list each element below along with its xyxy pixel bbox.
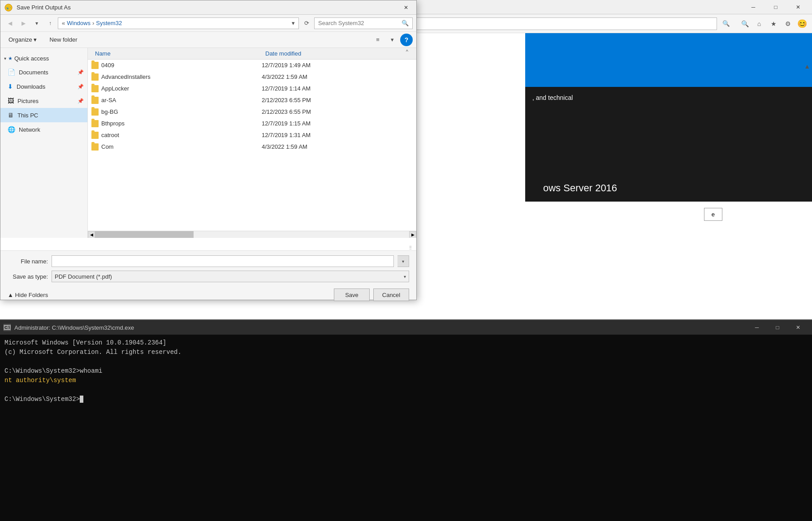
resize-grip[interactable]: ⣿ [409,243,416,250]
cmd-close-btn[interactable]: ✕ [788,320,808,335]
dialog-close-btn[interactable]: ✕ [399,2,413,13]
downloads-icon: ⬇ [8,83,13,90]
file-list-area: ^ Name Date modified 0409 12/7/2019 1:49… [88,48,416,238]
browser-search-btn[interactable]: 🔍 [720,17,732,30]
quick-access-chevron: ▾ [4,56,6,61]
file-row-5[interactable]: Bthprops 12/7/2019 1:15 AM [88,118,416,129]
file-name-input[interactable] [52,255,394,267]
path-bar[interactable]: « Windows › System32 ▾ [58,17,299,29]
file-date-6: 12/7/2019 1:31 AM [262,132,413,138]
file-name-7: Com [91,143,262,151]
cmd-window: C:\ Administrator: C:\Windows\System32\c… [0,319,812,521]
h-scroll-right-btn[interactable]: ▶ [409,231,416,238]
organize-btn[interactable]: Organize ▾ [4,34,41,46]
browser-minimize-btn[interactable]: ─ [743,0,764,14]
sidebar-item-downloads[interactable]: ⬇ Downloads 📌 [0,79,87,94]
file-row-6[interactable]: catroot 12/7/2019 1:31 AM [88,129,416,141]
file-name-row: File name: ▾ [8,255,409,267]
documents-label: Documents [19,69,48,76]
browser-titlebar-controls: ─ □ ✕ [743,0,808,14]
this-pc-icon: 🖥 [8,112,14,119]
browser-content-text: , and technical [532,94,573,101]
cmd-line-0: Microsoft Windows [Version 10.0.19045.23… [4,338,808,348]
folder-name-4: bg-BG [101,108,118,115]
new-folder-btn[interactable]: New folder [45,34,82,46]
cmd-titlebar: C:\ Administrator: C:\Windows\System32\c… [0,320,812,335]
hide-folders-btn[interactable]: ▲ Hide Folders [8,292,48,298]
dialog-back-btn[interactable]: ◀ [4,17,16,29]
folder-icon-1 [91,73,99,81]
browser-icons: 🔍 ⌂ ★ ⚙ 😊 [739,17,808,30]
browser-search-icon[interactable]: 🔍 [739,17,751,30]
h-scroll-left-btn[interactable]: ◀ [88,231,95,238]
search-bar: 🔍 [314,17,413,29]
path-windows: Windows [67,20,91,26]
action-row: ▲ Hide Folders Save Cancel [8,286,409,301]
save-as-value: PDF Document (*.pdf) [55,273,112,280]
cancel-btn[interactable]: Cancel [373,288,409,301]
search-input[interactable] [318,20,399,26]
browser-home-icon[interactable]: ⌂ [753,17,765,30]
col-header-name[interactable]: Name [91,50,262,57]
browser-gear-icon[interactable]: ⚙ [782,17,794,30]
browser-scroll-up[interactable]: ▲ [804,63,810,70]
file-date-3: 2/12/2023 6:55 PM [262,97,413,103]
save-type-row: Save as type: PDF Document (*.pdf) ▾ [8,271,409,282]
downloads-label: Downloads [17,83,45,90]
network-icon: 🌐 [8,126,15,133]
cmd-maximize-btn[interactable]: □ [767,320,788,335]
file-row-1[interactable]: AdvancedInstallers 4/3/2022 1:59 AM [88,71,416,83]
help-btn[interactable]: ? [400,34,413,46]
folder-name-1: AdvancedInstallers [101,73,151,80]
file-name-6: catroot [91,132,262,139]
save-as-select[interactable]: PDF Document (*.pdf) ▾ [52,271,409,282]
collapse-header-btn[interactable]: ^ [406,49,408,54]
browser-maximize-btn[interactable]: □ [765,0,786,14]
view-dropdown-btn[interactable]: ▾ [386,34,398,46]
browse-button[interactable]: e [704,208,722,221]
dialog-up-btn[interactable]: ↑ [44,17,56,29]
h-scroll-track [95,231,409,238]
network-label: Network [19,126,40,133]
quick-access-icon: ★ [8,56,13,61]
browser-blue-header [525,33,812,87]
folder-icon-0 [91,62,99,69]
col-header-date[interactable]: Date modified [262,50,413,57]
save-btn[interactable]: Save [334,288,370,301]
file-row-7[interactable]: Com 4/3/2022 1:59 AM [88,141,416,153]
pictures-pin-icon: 📌 [78,98,84,104]
folder-name-3: ar-SA [101,97,116,103]
sidebar-item-this-pc[interactable]: 🖥 This PC [0,108,87,122]
file-row-0[interactable]: 0409 12/7/2019 1:49 AM [88,60,416,71]
folder-icon-7 [91,143,99,151]
h-scroll-thumb[interactable] [95,231,194,238]
file-row-2[interactable]: AppLocker 12/7/2019 1:14 AM [88,83,416,95]
dialog-forward-btn[interactable]: ▶ [17,17,29,29]
view-list-btn[interactable]: ≡ [371,34,384,46]
ie-icon: e [4,4,13,12]
file-list-header: ^ Name Date modified [88,48,416,60]
file-row-3[interactable]: ar-SA 2/12/2023 6:55 PM [88,95,416,106]
browser-close-btn[interactable]: ✕ [788,0,808,14]
file-row-4[interactable]: bg-BG 2/12/2023 6:55 PM [88,106,416,118]
folder-name-6: catroot [101,132,119,138]
sidebar-item-network[interactable]: 🌐 Network [0,122,87,137]
file-name-label: File name: [8,258,48,265]
sidebar-item-pictures[interactable]: 🖼 Pictures 📌 [0,94,87,108]
cmd-line-4: nt authority\system [4,376,808,385]
file-date-7: 4/3/2022 1:59 AM [262,143,413,150]
path-system32: System32 [96,20,122,26]
pictures-label: Pictures [17,98,39,104]
folder-name-2: AppLocker [101,85,129,92]
sidebar-quick-access-header[interactable]: ▾ ★ Quick access [0,52,87,65]
sidebar-item-documents[interactable]: 📄 Documents 📌 [0,65,87,79]
windows-server-text: ows Server 2016 [543,182,617,194]
save-dialog: e Save Print Output As ✕ ◀ ▶ ▾ ↑ « Windo… [0,0,417,300]
cmd-titlebar-controls: ─ □ ✕ [747,320,808,335]
file-name-dropdown[interactable]: ▾ [397,255,409,267]
dialog-refresh-btn[interactable]: ⟳ [301,17,312,29]
dialog-dropdown-btn[interactable]: ▾ [31,17,43,29]
cmd-minimize-btn[interactable]: ─ [747,320,767,335]
file-list: 0409 12/7/2019 1:49 AM AdvancedInstaller… [88,60,416,231]
browser-star-icon[interactable]: ★ [767,17,780,30]
